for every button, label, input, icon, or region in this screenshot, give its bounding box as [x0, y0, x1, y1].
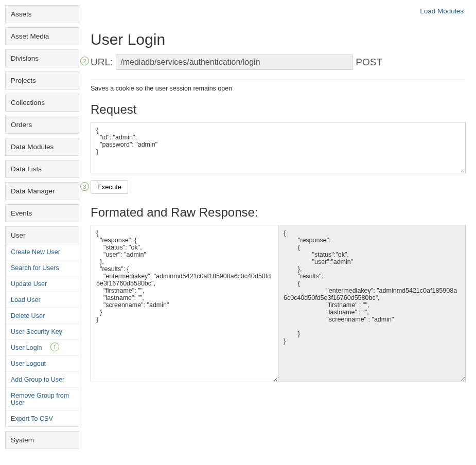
sidebar-item-data-manager[interactable]: Data Manager	[5, 182, 79, 200]
sidebar-link-label: User Login	[11, 344, 42, 351]
annotation-2-icon: 2	[80, 57, 89, 65]
divider	[91, 79, 466, 80]
url-label: URL:	[91, 57, 113, 68]
sidebar-item-data-modules[interactable]: Data Modules	[5, 138, 79, 156]
sidebar-link-remove-group-from-user[interactable]: Remove Group from User	[6, 388, 79, 411]
sidebar-item-data-lists[interactable]: Data Lists	[5, 160, 79, 178]
url-row: 2 URL: POST	[91, 55, 466, 70]
sidebar-link-delete-user[interactable]: Delete User	[6, 308, 79, 324]
main-content: Load Modules User Login 2 URL: POST Save…	[82, 0, 476, 458]
response-formatted-box[interactable]: { "response": { "status": "ok", "user": …	[91, 225, 278, 382]
sidebar-link-load-user[interactable]: Load User	[6, 292, 79, 308]
annotation-3-icon: 3	[80, 182, 89, 191]
sidebar-link-update-user[interactable]: Update User	[6, 276, 79, 292]
url-input[interactable]	[116, 55, 352, 70]
request-heading: Request	[91, 102, 466, 117]
sidebar-user-header[interactable]: User	[6, 227, 79, 244]
annotation-1-icon: 1	[50, 343, 59, 351]
page-title: User Login	[91, 31, 466, 48]
sidebar-link-search-for-users[interactable]: Search for Users	[6, 260, 79, 276]
sidebar-user-section: User Create New User Search for Users Up…	[5, 226, 79, 427]
execute-button[interactable]: Execute	[91, 180, 128, 194]
load-modules-link[interactable]: Load Modules	[420, 7, 464, 15]
sidebar-item-divisions[interactable]: Divisions	[5, 49, 79, 67]
sidebar-link-export-to-csv[interactable]: Export To CSV	[6, 411, 79, 426]
sidebar-item-events[interactable]: Events	[5, 204, 79, 222]
sidebar-item-collections[interactable]: Collections	[5, 94, 79, 112]
sidebar-item-orders[interactable]: Orders	[5, 116, 79, 134]
sidebar-item-system[interactable]: System	[5, 431, 79, 449]
response-raw-box[interactable]: { "response": { "status":"ok", "user":"a…	[278, 225, 466, 382]
sidebar-link-user-logout[interactable]: User Logout	[6, 356, 79, 372]
sidebar-item-asset-media[interactable]: Asset Media	[5, 27, 79, 45]
sidebar-item-assets[interactable]: Assets	[5, 5, 79, 23]
response-heading: Formated and Raw Response:	[91, 205, 466, 220]
sidebar-item-projects[interactable]: Projects	[5, 71, 79, 90]
http-method: POST	[356, 57, 382, 68]
sidebar-link-user-login[interactable]: User Login 1	[6, 340, 79, 356]
sidebar-link-create-new-user[interactable]: Create New User	[6, 244, 79, 260]
request-body-textarea[interactable]	[91, 122, 466, 173]
sidebar-link-user-security-key[interactable]: User Security Key	[6, 324, 79, 340]
sidebar: Assets Asset Media Divisions Projects Co…	[0, 0, 82, 458]
response-row: { "response": { "status": "ok", "user": …	[91, 225, 466, 382]
endpoint-description: Saves a cookie so the user session remai…	[91, 85, 466, 92]
sidebar-link-add-group-to-user[interactable]: Add Group to User	[6, 372, 79, 388]
